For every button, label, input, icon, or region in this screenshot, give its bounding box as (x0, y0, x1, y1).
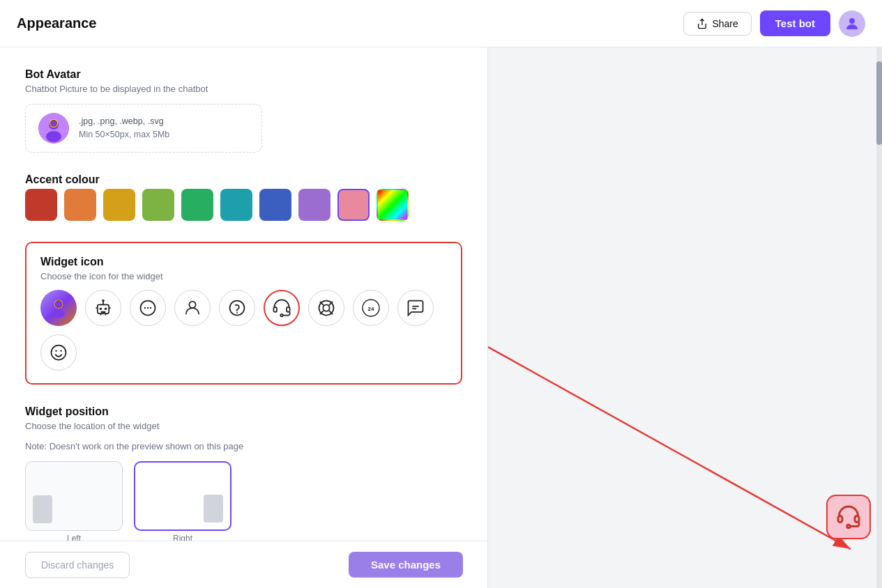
svg-point-18 (147, 307, 149, 309)
icon-btn-lifebuoy[interactable] (308, 290, 344, 326)
icon-btn-avatar[interactable] (40, 290, 77, 326)
svg-rect-41 (838, 516, 842, 523)
svg-point-22 (236, 312, 238, 314)
share-icon (697, 18, 708, 29)
bot-avatar-desc: Chatbot Picture to be displayed in the c… (25, 84, 462, 94)
chat-bubble-icon (138, 298, 158, 318)
smile-icon (49, 343, 68, 362)
swatch-pink[interactable] (337, 189, 370, 221)
widget-position-section: Widget position Choose the location of t… (25, 405, 462, 543)
header: Appearance Share Test bot (0, 0, 882, 47)
svg-point-3 (46, 131, 61, 142)
svg-point-6 (52, 121, 56, 126)
avatar-preview (38, 113, 69, 144)
test-bot-button[interactable]: Test bot (760, 10, 830, 36)
header-actions: Share Test bot (683, 10, 865, 37)
scrollbar[interactable] (876, 47, 882, 588)
save-button[interactable]: Save changes (349, 552, 463, 578)
svg-point-0 (849, 18, 855, 24)
svg-line-40 (488, 347, 851, 549)
share-button[interactable]: Share (683, 12, 751, 36)
svg-rect-42 (855, 516, 859, 523)
icon-btn-speech[interactable] (397, 290, 434, 326)
position-options: Left Right (25, 461, 462, 543)
svg-point-25 (280, 314, 283, 317)
swatch-orange[interactable] (64, 189, 96, 221)
svg-point-10 (52, 309, 65, 318)
avatar-icon (48, 297, 69, 318)
left-panel: Bot Avatar Chatbot Picture to be display… (0, 47, 488, 588)
swatch-teal[interactable] (220, 189, 252, 221)
svg-rect-24 (287, 307, 290, 312)
widget-floating-button[interactable] (826, 495, 871, 539)
svg-rect-23 (273, 307, 277, 312)
icon-btn-question[interactable] (219, 290, 255, 326)
person-icon (183, 298, 202, 318)
accent-colour-section: Accent colour (25, 173, 462, 221)
swatch-red[interactable] (25, 189, 57, 221)
icon-btn-person[interactable] (174, 290, 211, 326)
position-left-wrapper: Left (25, 461, 123, 543)
robot-icon (93, 298, 113, 318)
icon-btn-24h[interactable]: 24 (353, 290, 389, 326)
scrollbar-thumb (876, 61, 882, 145)
svg-point-36 (52, 346, 66, 360)
svg-point-13 (105, 307, 107, 310)
swatch-rainbow[interactable] (377, 189, 409, 221)
icon-btn-headset[interactable] (264, 290, 300, 326)
avatar-upload-area[interactable]: .jpg, .png, .webp, .svg Min 50×50px, max… (25, 104, 262, 153)
swatch-yellow[interactable] (103, 189, 135, 221)
svg-rect-14 (101, 311, 106, 313)
arrow-annotation (488, 47, 882, 588)
main-layout: Bot Avatar Chatbot Picture to be display… (0, 47, 882, 588)
widget-icon-section: Widget icon Choose the icon for the widg… (25, 242, 462, 385)
svg-point-43 (847, 525, 851, 528)
avatar-upload-text: .jpg, .png, .webp, .svg Min 50×50px, max… (79, 115, 169, 141)
24h-icon: 24 (360, 297, 381, 318)
swatch-blue[interactable] (259, 189, 291, 221)
svg-point-15 (102, 300, 105, 302)
question-icon (227, 298, 247, 318)
discard-button[interactable]: Discard changes (25, 552, 130, 578)
svg-point-9 (56, 301, 61, 307)
pos-right-indicator (204, 495, 223, 523)
widget-position-desc1: Choose the location of the widget (25, 421, 462, 431)
svg-point-12 (100, 307, 102, 310)
widget-position-title: Widget position (25, 405, 462, 418)
swatch-purple[interactable] (298, 189, 330, 221)
right-panel (488, 47, 882, 588)
speech-icon (406, 298, 425, 318)
swatch-lime[interactable] (142, 189, 174, 221)
user-avatar[interactable] (839, 10, 865, 37)
svg-point-17 (144, 307, 146, 309)
footer: Discard changes Save changes (0, 541, 488, 588)
widget-icon-grid: 24 (40, 290, 447, 371)
lifebuoy-icon (317, 298, 336, 318)
svg-point-20 (189, 302, 195, 308)
widget-headset-icon (836, 504, 861, 529)
avatar-face-icon (38, 113, 69, 144)
position-right-wrapper: Right (134, 461, 231, 543)
svg-text:24: 24 (368, 306, 374, 312)
widget-icon-desc: Choose the icon for the widget (40, 271, 447, 281)
position-right[interactable] (134, 461, 231, 531)
pos-left-indicator (33, 495, 52, 523)
user-icon (844, 15, 860, 32)
svg-point-27 (323, 304, 329, 311)
widget-position-desc2: Note: Doesn't work on the preview shown … (25, 441, 462, 451)
avatar-preview-image (38, 113, 69, 144)
swatch-green[interactable] (181, 189, 213, 221)
bot-avatar-title: Bot Avatar (25, 68, 462, 81)
colour-swatches (25, 189, 462, 221)
bot-avatar-section: Bot Avatar Chatbot Picture to be display… (25, 68, 462, 153)
position-left[interactable] (25, 461, 123, 531)
accent-colour-title: Accent colour (25, 173, 462, 186)
widget-icon-title: Widget icon (40, 256, 447, 268)
headset-icon (272, 298, 291, 318)
icon-btn-robot[interactable] (85, 290, 121, 326)
icon-btn-smile[interactable] (40, 334, 77, 371)
page-title: Appearance (17, 15, 97, 31)
icon-btn-chat[interactable] (130, 290, 166, 326)
svg-point-19 (150, 307, 151, 309)
